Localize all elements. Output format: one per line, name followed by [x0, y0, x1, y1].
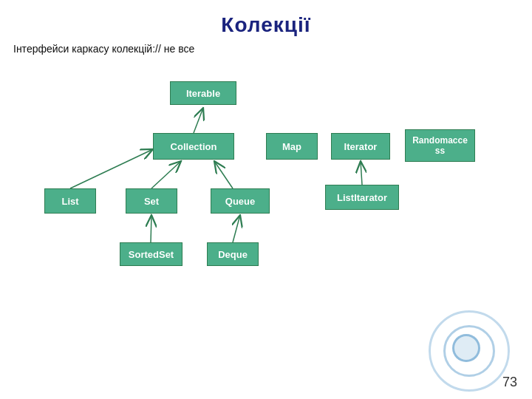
node-deque: Deque — [207, 242, 259, 266]
node-listitarator: ListItarator — [325, 185, 399, 210]
svg-line-6 — [233, 215, 240, 242]
deco-circle-3 — [452, 334, 480, 362]
svg-line-5 — [151, 215, 151, 242]
node-iterable: Iterable — [170, 81, 236, 105]
node-collection: Collection — [153, 133, 234, 160]
node-iterator: Iterator — [331, 133, 390, 160]
node-queue: Queue — [211, 188, 270, 214]
svg-line-1 — [194, 108, 203, 133]
svg-line-2 — [70, 149, 153, 188]
node-map: Map — [266, 133, 318, 160]
node-sortedset: SortedSet — [120, 242, 183, 266]
svg-line-4 — [214, 161, 233, 188]
svg-line-7 — [361, 161, 362, 185]
node-randomaccess: Randomaccess — [405, 129, 475, 162]
node-list: List — [44, 188, 96, 214]
page-title: Колекції — [0, 0, 532, 37]
svg-line-3 — [151, 161, 181, 188]
page-number: 73 — [502, 375, 517, 390]
subtitle: Інтерфейси каркасу колекцій:// не все — [0, 37, 532, 61]
node-set: Set — [126, 188, 177, 214]
